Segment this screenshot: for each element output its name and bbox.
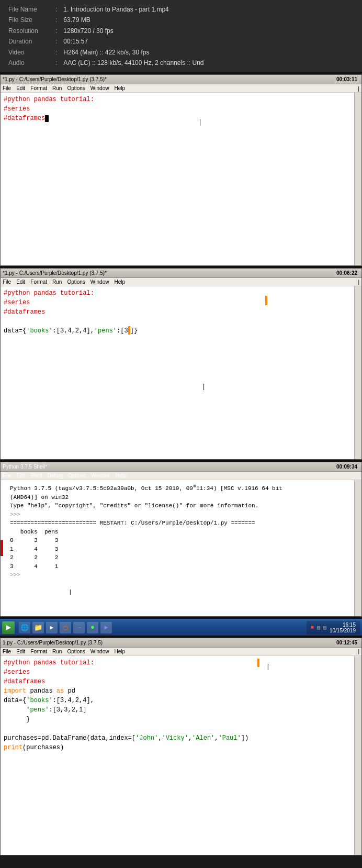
panel-2-idle-editor: *1.py - C:/Users/Purple/Desktop/1.py (3.… — [0, 268, 362, 460]
panel3-scrollbar[interactable] — [354, 480, 361, 616]
menu2-edit[interactable]: Edit — [16, 279, 25, 285]
p4-line-2: #series — [4, 667, 358, 677]
panel1-titlebar: *1.py - C:/Users/Purple/Desktop/1.py (3.… — [1, 75, 361, 84]
menu-format[interactable]: Format — [30, 85, 47, 91]
panel2-titlebar: *1.py - C:/Users/Purple/Desktop/1.py (3.… — [1, 269, 361, 278]
menu2-window[interactable]: Window — [90, 279, 109, 285]
shell-table-row-2: 2 2 2 — [10, 553, 358, 562]
menu2-options[interactable]: Options — [67, 279, 85, 285]
panel4-titlebar: 1.py - C:/Users/Purple/Desktop/1.py (3.7… — [1, 638, 361, 648]
tray-icon-security: ■ — [311, 625, 314, 630]
p4-line-4: import pandas as pd — [4, 686, 358, 696]
video-value: H264 (Main) :: 422 kb/s, 30 fps — [61, 47, 206, 58]
p4-line-1: #python pandas tutorial: — [4, 658, 358, 667]
panel1-scrollbar[interactable] — [354, 93, 361, 265]
menu4-window[interactable]: Window — [90, 649, 109, 654]
menu-help[interactable]: Help — [114, 85, 125, 91]
menu4-format[interactable]: Format — [30, 649, 47, 654]
p4-line-blank — [4, 724, 358, 733]
shell-restart-line: ========================= RESTART: C:/Us… — [10, 519, 358, 528]
taskbar: ▶ 🌐 📁 ▶ ◯ → ● ▶ ■ ▤ ▤ 16:15 10/15/2019 — [0, 619, 362, 636]
panel2-timestamp: 00:06:22 — [334, 270, 359, 276]
taskbar-time-line1: 16:15 — [330, 622, 356, 628]
p2-code-line-2: #series — [4, 298, 358, 307]
menu-options[interactable]: Options — [67, 85, 85, 91]
menu-window[interactable]: Window — [90, 85, 109, 91]
file-name-sep: : — [53, 4, 61, 15]
taskbar-clock: 16:15 10/15/2019 — [330, 622, 356, 633]
p4-line-6: 'pens':[3,3,2,1] — [4, 705, 358, 715]
menu4-options[interactable]: Options — [67, 649, 85, 654]
menu3-shell[interactable]: Shell — [30, 473, 42, 478]
panel1-cursor-area: | — [358, 85, 359, 92]
tray-icon-network: ▤ — [317, 625, 320, 631]
menu4-help[interactable]: Help — [114, 649, 125, 654]
panel1-code-area[interactable]: #python pandas tutorial: #series #datafr… — [1, 93, 361, 265]
panel2-code-area[interactable]: #python pandas tutorial: #series #datafr… — [1, 286, 361, 459]
panel4-code-area[interactable]: #python pandas tutorial: #series #datafr… — [1, 656, 361, 855]
menu3-window[interactable]: Window — [92, 473, 110, 478]
menu3-file[interactable]: File — [3, 473, 11, 478]
panel4-cursor-area: | — [358, 649, 359, 654]
duration-label: Duration — [6, 36, 53, 47]
menu4-edit[interactable]: Edit — [16, 649, 25, 654]
shell-line-help: Type "help", "copyright", "credits" or "… — [10, 502, 358, 510]
panel3-shell-content[interactable]: Python 3.7.5 (tags/v3.7.5:5c02a39a0b, Oc… — [1, 480, 361, 616]
taskbar-icon-camera[interactable]: ▶ — [100, 622, 112, 633]
p4-line-7: } — [4, 715, 358, 724]
panel4-menubar[interactable]: File Edit Format Run Options Window Help… — [1, 648, 361, 656]
panel-4-idle-editor: 1.py - C:/Users/Purple/Desktop/1.py (3.7… — [0, 638, 362, 855]
menu-edit[interactable]: Edit — [16, 85, 25, 91]
taskbar-icon-ie[interactable]: 🌐 — [19, 622, 30, 633]
menu4-file[interactable]: File — [3, 649, 11, 654]
menu2-help[interactable]: Help — [114, 279, 125, 285]
resolution-value: 1280x720 / 30 fps — [61, 26, 206, 36]
start-button[interactable]: ▶ — [2, 621, 15, 634]
menu2-format[interactable]: Format — [30, 279, 47, 285]
code-line-1: #python pandas tutorial: — [4, 95, 358, 104]
panel4-scrollbar[interactable] — [354, 656, 361, 855]
taskbar-icon-folder[interactable]: 📁 — [32, 622, 44, 633]
file-size-label: File Size — [6, 15, 53, 25]
menu3-edit[interactable]: Edit — [16, 473, 25, 478]
file-name-label: File Name — [6, 4, 53, 15]
code-line-blank — [4, 123, 358, 132]
panel3-menubar[interactable]: File Edit Shell Debug Options Window Hel… — [1, 472, 361, 480]
p4-line-8: purchases=pd.DataFrame(data,index=['John… — [4, 733, 358, 743]
menu3-options[interactable]: Options — [68, 473, 86, 478]
menu2-run[interactable]: Run — [52, 279, 62, 285]
menu-run[interactable]: Run — [52, 85, 62, 91]
menu2-file[interactable]: File — [3, 279, 11, 285]
menu3-help[interactable]: Help — [115, 473, 126, 478]
taskbar-icon-play[interactable]: ▶ — [46, 622, 58, 633]
menu3-debug[interactable]: Debug — [48, 473, 63, 478]
taskbar-icon-arrow[interactable]: → — [73, 622, 85, 633]
panel-3-shell: Python 3.7.5 Shell* 00:09:34 File Edit S… — [0, 462, 362, 617]
text-cursor-2: | — [202, 383, 206, 391]
panel2-menubar[interactable]: File Edit Format Run Options Window Help… — [1, 278, 361, 286]
p2-code-line-3: #dataframes — [4, 307, 358, 317]
taskbar-icon-green[interactable]: ● — [87, 622, 98, 633]
panel4-timestamp: 00:12:45 — [334, 639, 359, 646]
menu4-run[interactable]: Run — [52, 649, 62, 654]
side-indicator — [1, 540, 3, 556]
menu-file[interactable]: File — [3, 85, 11, 91]
text-cursor-1: | — [198, 119, 202, 126]
p2-code-line-1: #python pandas tutorial: — [4, 288, 358, 298]
code-line-3: #dataframes — [4, 114, 358, 123]
p4-line-5: data={'books':[3,4,2,4], — [4, 696, 358, 705]
orange-cursor-4 — [257, 659, 259, 667]
audio-label: Audio — [6, 58, 53, 68]
taskbar-tray: ■ ▤ ▤ 16:15 10/15/2019 — [307, 621, 360, 635]
panel2-scrollbar[interactable] — [354, 286, 361, 459]
shell-table-row-0: 0 3 3 — [10, 536, 358, 545]
taskbar-quick-launch: 🌐 📁 ▶ ◯ → ● ▶ — [19, 622, 112, 633]
panel4-title: 1.py - C:/Users/Purple/Desktop/1.py (3.7… — [3, 640, 103, 646]
video-label: Video — [6, 47, 53, 58]
shell-table-header: books pens — [10, 528, 358, 537]
taskbar-icon-firefox[interactable]: ◯ — [60, 622, 71, 633]
text-cursor-4: | — [266, 663, 270, 671]
panel1-menubar[interactable]: File Edit Format Run Options Window Help… — [1, 84, 361, 93]
code-line-2: #series — [4, 104, 358, 114]
duration-value: 00:15:57 — [61, 36, 206, 47]
